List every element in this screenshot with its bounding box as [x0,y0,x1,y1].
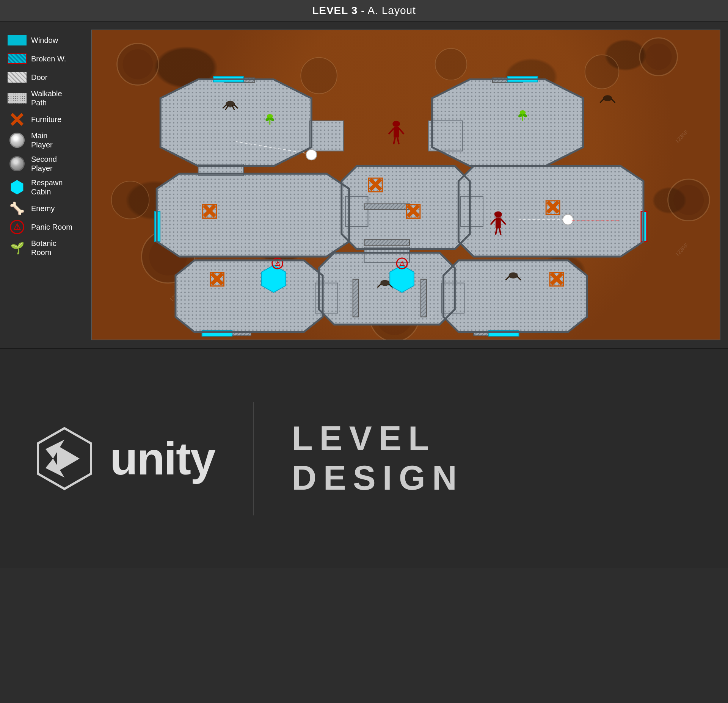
legend-item-broken-window: Broken W. [8,52,80,65]
svg-rect-91 [394,127,399,138]
enemy-icon-container: 🦴 [8,202,27,215]
unity-label: unity [110,432,215,485]
svg-rect-44 [353,279,359,317]
svg-point-7 [111,181,149,219]
svg-marker-29 [444,260,587,332]
walkable-icon-container [8,92,27,105]
furniture-label: Furniture [31,115,61,124]
svg-point-3 [645,44,672,70]
respawn-cabin-icon [10,180,24,194]
respawn-label: RespawnCabin [31,178,63,196]
svg-point-4 [585,55,619,89]
broken-window-label: Broken W. [31,54,66,63]
window-icon [8,35,27,45]
legend-item-panic: ⚠ Panic Room [8,220,80,233]
door-label: Door [31,73,47,82]
botanic-room-icon: 🌱 [10,241,24,255]
svg-rect-45 [421,279,427,317]
svg-point-96 [494,211,502,218]
second-player-icon [9,156,25,171]
svg-text:123RF: 123RF [674,129,689,144]
level-line2: DESIGN [292,459,464,498]
map-container: ⚠ ⚠ [83,30,728,340]
footer-divider [253,402,254,515]
door-icon-container [8,70,27,84]
legend-item-walkable: WalkablePath [8,89,80,107]
svg-line-95 [397,138,399,144]
svg-point-9 [674,185,704,215]
respawn-icon-container [8,181,27,194]
svg-point-87 [509,272,518,279]
enemy-icon: 🦴 [9,200,26,217]
svg-text:⚠: ⚠ [399,260,405,267]
main-player-icon-container [8,134,27,147]
legend-item-window: Window [8,33,80,47]
svg-rect-42 [364,204,410,210]
unity-logo-area: unity [30,424,215,493]
window-icon-container [8,33,27,47]
svg-line-93 [399,128,404,134]
svg-point-16 [301,58,337,94]
svg-marker-24 [157,174,349,257]
furniture-icon-container [8,113,27,126]
legend-item-second-player: SecondPlayer [8,155,80,173]
panic-icon-container: ⚠ [8,220,27,233]
map-svg: ⚠ ⚠ [92,30,720,340]
legend-item-main-player: MainPlayer [8,131,80,149]
legend-item-botanic: 🌱 BotanicRoom [8,239,80,257]
legend-item-respawn: RespawnCabin [8,178,80,196]
enemy-label: Enemy [31,204,55,213]
svg-point-81 [603,95,612,101]
page-title: LEVEL 3 - A. Layout [0,5,728,17]
footer: unity LEVEL DESIGN [0,348,728,568]
header: LEVEL 3 - A. Layout [0,0,728,22]
broken-window-icon-container [8,52,27,65]
legend-item-door: Door [8,70,80,84]
main-player-label: MainPlayer [31,131,53,149]
svg-point-84 [380,280,389,286]
svg-rect-32 [428,121,463,151]
svg-line-82 [600,99,604,103]
svg-rect-37 [442,283,464,313]
svg-line-92 [389,128,394,134]
legend-item-furniture: Furniture [8,113,80,126]
svg-point-1 [123,49,153,80]
botanic-label: BotanicRoom [31,239,56,257]
level-number: LEVEL 3 [312,5,358,16]
svg-text:123RF: 123RF [674,242,689,257]
svg-rect-34 [460,196,483,227]
svg-line-94 [394,138,395,144]
svg-rect-31 [309,121,344,151]
level-design-text: LEVEL DESIGN [292,419,464,498]
svg-marker-129 [57,445,80,472]
legend: Window Broken W. Door WalkablePath Furni [8,30,83,340]
level-line1: LEVEL [292,419,464,459]
panic-label: Panic Room [31,222,72,232]
svg-line-83 [611,99,615,103]
unity-logo-icon [30,424,99,493]
svg-point-76 [226,101,235,107]
legend-item-enemy: 🦴 Enemy [8,202,80,215]
door-icon [8,72,27,83]
main-content: Window Broken W. Door WalkablePath Furni [0,22,728,348]
walkable-icon [8,93,27,103]
broken-window-icon [8,53,27,64]
svg-point-17 [435,49,467,80]
furniture-icon [9,112,25,127]
panic-room-icon: ⚠ [10,220,24,234]
main-player-icon [9,133,25,148]
svg-marker-27 [176,260,323,332]
svg-marker-22 [160,79,311,166]
level-map: ⚠ ⚠ [91,30,720,340]
window-label: Window [31,36,58,45]
botanic-icon-container: 🌱 [8,241,27,255]
svg-point-90 [392,121,400,127]
walkable-label: WalkablePath [31,89,62,107]
second-player-icon-container [8,157,27,171]
second-player-label: SecondPlayer [31,155,57,173]
svg-rect-43 [364,240,410,245]
svg-rect-97 [496,218,501,228]
level-subtitle: - A. Layout [358,5,416,16]
